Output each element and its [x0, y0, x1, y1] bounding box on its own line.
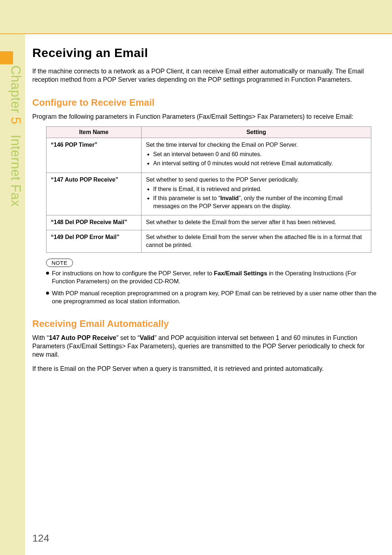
top-band	[0, 0, 392, 34]
chapter-title: Internet Fax	[8, 135, 23, 207]
table-row: “149 Del POP Error Mail”Set whether to d…	[46, 230, 371, 253]
content-area: Receiving an Email If the machine connec…	[32, 46, 378, 378]
section-configure: Configure to Receive Email	[32, 97, 378, 108]
chapter-number: 5	[8, 117, 23, 125]
note-item: With POP manual reception preprogrammed …	[46, 289, 378, 305]
notes-list: For instructions on how to configure the…	[46, 269, 378, 305]
setting-cell: Set whether to send queries to the POP S…	[142, 173, 371, 215]
auto-paragraph-1: With “147 Auto POP Receive” set to “Vali…	[32, 334, 378, 358]
header-rule	[0, 33, 392, 34]
item-cell: “148 Del POP Receive Mail”	[46, 215, 142, 230]
page-title: Receiving an Email	[32, 46, 378, 60]
intro-paragraph: If the machine connects to a network as …	[32, 67, 378, 84]
item-cell: “149 Del POP Error Mail”	[46, 230, 142, 253]
setting-cell: Set whether to delete Email from the ser…	[142, 230, 371, 253]
table-row: “147 Auto POP Receive”Set whether to sen…	[46, 173, 371, 215]
col-item-name: Item Name	[46, 127, 142, 138]
table-row: “148 Del POP Receive Mail”Set whether to…	[46, 215, 371, 230]
chapter-word: Chapter	[8, 65, 23, 113]
note-badge: NOTE	[46, 259, 73, 267]
table-row: “146 POP Timer”Set the time interval for…	[46, 138, 371, 173]
col-setting: Setting	[142, 127, 371, 138]
chapter-tab	[0, 51, 13, 64]
parameters-table: Item Name Setting “146 POP Timer”Set the…	[46, 126, 371, 253]
section-auto-receive: Receiving Email Automatically	[32, 318, 378, 329]
item-cell: “147 Auto POP Receive”	[46, 173, 142, 215]
configure-intro: Program the following parameters in Func…	[32, 113, 378, 121]
chapter-label: Chapter 5 Internet Fax	[8, 65, 23, 207]
page-number: 124	[32, 532, 49, 544]
item-cell: “146 POP Timer”	[46, 138, 142, 173]
auto-paragraph-2: If there is Email on the POP Server when…	[32, 365, 378, 373]
note-item: For instructions on how to configure the…	[46, 269, 378, 285]
table-header-row: Item Name Setting	[46, 127, 371, 138]
setting-cell: Set the time interval for checking the E…	[142, 138, 371, 173]
setting-cell: Set whether to delete the Email from the…	[142, 215, 371, 230]
